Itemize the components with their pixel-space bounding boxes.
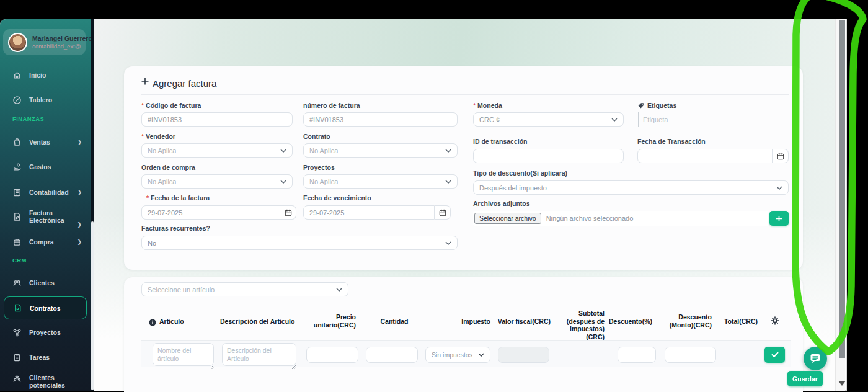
sidebar-item-inicio[interactable]: Inicio <box>4 68 87 82</box>
item-descuento-monto-input[interactable] <box>665 347 716 363</box>
calendar-icon[interactable] <box>280 205 296 220</box>
required-mark: * <box>146 194 149 202</box>
moneda-select[interactable]: CRC ¢ <box>473 112 624 127</box>
etiquetas-input[interactable]: Etiqueta <box>638 112 789 127</box>
plus-icon <box>141 77 149 86</box>
facturas-recurrentes-label: Facturas recurrentes? <box>141 225 210 232</box>
fecha-transaccion-label: Fecha de Transacción <box>637 138 706 145</box>
orden-compra-label: Orden de compra <box>141 164 195 171</box>
sidebar-item-proyectos[interactable]: Proyectos <box>4 325 87 340</box>
purchase-box-icon <box>12 238 22 247</box>
fecha-transaccion-input[interactable] <box>637 149 773 163</box>
fecha-factura-label: *Fecha de la factura <box>146 194 210 202</box>
col-descuento-pct: Descuento(%) <box>606 318 652 326</box>
col-descripcion: Descripción del Artículo <box>220 318 294 326</box>
col-impuesto: Impuesto <box>442 318 490 326</box>
numero-factura-input[interactable] <box>303 112 458 127</box>
col-total: Total(CRC) <box>714 318 758 326</box>
sidebar-item-factura-electronica[interactable]: Factura Electrónica ❯ <box>4 209 87 224</box>
codigo-factura-label: *Código de factura <box>141 102 201 109</box>
network-nodes-icon <box>12 328 22 337</box>
chevron-right-icon: ❯ <box>77 139 82 145</box>
vendedor-select[interactable]: No Aplica <box>141 143 293 158</box>
etiquetas-label: Etiquetas <box>637 102 676 109</box>
fecha-factura-group <box>141 205 296 220</box>
confirm-item-button[interactable] <box>764 347 785 363</box>
page-title: Agregar factura <box>153 78 216 89</box>
chevron-down-icon <box>280 149 286 153</box>
sidebar-scrollbar-thumb[interactable] <box>91 221 94 390</box>
archivos-file-input[interactable]: Seleccionar archivo Ningún archivo selec… <box>473 211 769 226</box>
tag-icon <box>637 102 644 109</box>
id-transaccion-input[interactable] <box>473 149 624 163</box>
sidebar-item-contratos[interactable]: Contratos <box>4 296 87 319</box>
moneda-label: *Moneda <box>473 102 502 109</box>
articulo-select[interactable]: Seleccione un artículo <box>141 282 348 296</box>
orden-compra-select[interactable]: No Aplica <box>141 174 293 189</box>
tipo-descuento-select[interactable]: Después del impuesto <box>473 180 789 195</box>
info-icon <box>149 318 156 329</box>
hand-coins-icon <box>12 163 22 172</box>
item-precio-input[interactable] <box>306 347 358 363</box>
chevron-right-icon: ❯ <box>77 189 82 195</box>
sidebar-item-tareas[interactable]: Tareas <box>4 350 87 365</box>
save-button[interactable]: Guardar <box>787 371 823 386</box>
fecha-vencimiento-input[interactable] <box>303 205 435 220</box>
sidebar-item-gastos[interactable]: Gastos <box>4 159 87 174</box>
col-precio: Precio unitario(CRC) <box>303 313 356 329</box>
users-star-icon <box>12 374 22 383</box>
item-valor-fiscal-input <box>498 347 549 363</box>
chat-bubble-icon <box>809 353 822 364</box>
scroll-down-arrow-icon[interactable] <box>838 381 846 386</box>
add-attachment-button[interactable] <box>769 211 789 226</box>
item-cantidad-input[interactable] <box>366 347 418 363</box>
tax-book-icon <box>12 188 22 197</box>
calendar-icon[interactable] <box>435 205 451 220</box>
sidebar-item-clientes[interactable]: Clientes <box>4 275 87 290</box>
item-impuesto-select[interactable]: Sin impuestos <box>425 347 490 363</box>
fecha-vencimiento-label: Fecha de vencimiento <box>303 194 371 202</box>
tipo-descuento-label: Tipo de descuento(Si aplicara) <box>473 169 567 177</box>
user-profile-card[interactable]: Mariangel Guerrero contabilidad_ext@inn.… <box>3 29 86 55</box>
window-scrollbar[interactable] <box>835 19 845 391</box>
fecha-transaccion-group <box>637 149 789 163</box>
window-scrollbar-thumb[interactable] <box>839 20 845 358</box>
user-email: contabilidad_ext@inn... <box>32 43 81 50</box>
chat-fab-button[interactable] <box>804 347 827 370</box>
chevron-right-icon: ❯ <box>77 221 82 228</box>
chevron-down-icon <box>445 149 451 153</box>
sidebar-section-finanzas: FINANZAS <box>12 115 44 122</box>
seleccionar-archivo-button[interactable]: Seleccionar archivo <box>474 213 541 224</box>
chevron-down-icon <box>445 180 451 184</box>
col-cantidad: Cantidad <box>371 318 418 326</box>
user-name: Mariangel Guerrero <box>32 35 81 43</box>
contrato-select[interactable]: No Aplica <box>303 143 458 158</box>
sidebar-item-contabilidad[interactable]: Contabilidad ❯ <box>4 185 87 200</box>
sidebar-item-tablero[interactable]: Tablero <box>4 92 87 107</box>
codigo-factura-input[interactable] <box>141 112 293 127</box>
sidebar-item-compra[interactable]: Compra ❯ <box>4 234 87 249</box>
required-mark: * <box>473 102 476 109</box>
sidebar-item-clientes-potenciales[interactable]: Clientes potenciales <box>4 372 87 391</box>
table-settings-gear-icon[interactable] <box>771 316 779 327</box>
item-descripcion-textarea[interactable] <box>222 343 296 366</box>
contrato-label: Contrato <box>303 133 330 140</box>
sidebar-item-ventas[interactable]: Ventas ❯ <box>4 135 87 149</box>
facturas-recurrentes-select[interactable]: No <box>141 236 458 250</box>
title-divider <box>141 94 789 95</box>
numero-factura-label: número de factura <box>303 102 360 109</box>
avatar <box>8 33 27 52</box>
chevron-down-icon <box>445 241 451 245</box>
chevron-down-icon <box>776 186 782 190</box>
item-descuento-pct-input[interactable] <box>618 347 656 363</box>
proyectos-select[interactable]: No Aplica <box>303 174 458 189</box>
users-icon <box>12 278 22 288</box>
col-subtotal: Subtotal (después de impuestos)(CRC) <box>552 310 604 341</box>
fecha-factura-input[interactable] <box>141 205 280 220</box>
calendar-icon[interactable] <box>773 149 789 163</box>
item-nombre-textarea[interactable] <box>153 343 214 366</box>
id-transaccion-label: ID de transacción <box>473 138 528 145</box>
chevron-down-icon <box>280 180 286 184</box>
col-descuento-monto: Descuento (Monto)(CRC) <box>655 313 712 329</box>
vendedor-label: *Vendedor <box>141 133 175 140</box>
